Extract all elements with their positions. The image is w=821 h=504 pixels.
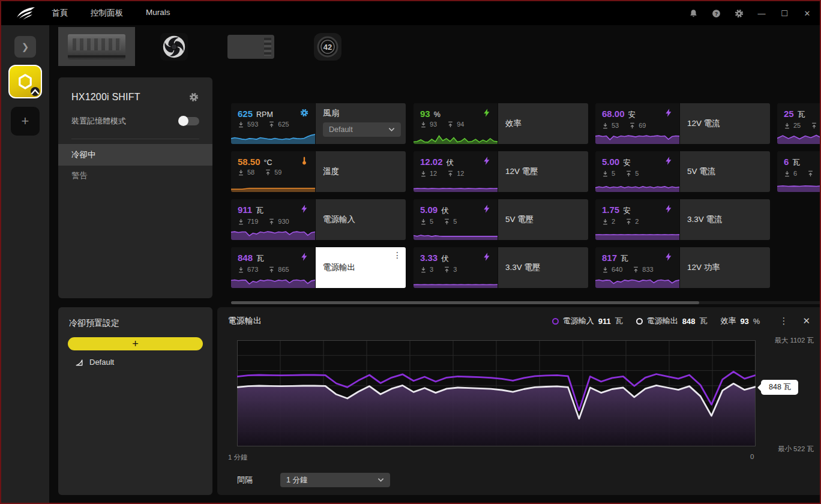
tile-partial-watts-2: 6瓦 6	[777, 151, 821, 192]
sensor-label-card[interactable]: 3.3V 電壓	[498, 247, 588, 288]
sensor-label-card[interactable]: 3.3V 電流	[680, 199, 770, 240]
max-icon	[625, 218, 632, 225]
add-device-button[interactable]: +	[11, 107, 40, 136]
menu-item-alerts[interactable]: 警告	[58, 166, 212, 186]
close-button[interactable]: ✕	[798, 5, 816, 22]
icue-window: 首頁 控制面板 Murals — ☐ ✕ ❯ +	[0, 0, 821, 504]
power-history-chart[interactable]	[237, 340, 756, 446]
sensor-value: 3.33	[420, 253, 438, 263]
x-axis-start-label: 1 分鐘	[228, 453, 248, 462]
sensor-card[interactable]: 93% 9394	[414, 103, 498, 144]
sparkline	[414, 130, 498, 144]
memory-mode-toggle[interactable]	[179, 117, 199, 125]
current-value-tag: 848 瓦	[761, 380, 798, 395]
presets-title: 冷卻預置設定	[58, 307, 212, 329]
sensor-card[interactable]: 911瓦 719930	[231, 199, 315, 240]
sensor-tile-grid: 625RPM 593625 風扇 Default 93% 9394 效率 68.…	[231, 103, 821, 288]
nav-murals[interactable]: Murals	[146, 8, 170, 19]
sensor-card[interactable]: 5.00安 55	[595, 151, 679, 192]
sensor-card[interactable]: 817瓦 640833	[595, 247, 679, 288]
legend-power-input[interactable]: 電源輸入 911瓦	[552, 316, 623, 326]
corsair-logo	[16, 6, 36, 20]
sparkline	[777, 130, 821, 144]
preset-label: Default	[89, 358, 114, 367]
sensor-card[interactable]: 25瓦 25	[777, 103, 821, 144]
sensor-label-card[interactable]: 電源輸入	[316, 199, 406, 240]
sensor-label: 電源輸出	[323, 262, 355, 273]
notifications-bell-icon[interactable]	[684, 4, 702, 22]
psu-device-tile[interactable]	[8, 65, 42, 98]
main-nav: 首頁 控制面板 Murals	[52, 8, 170, 19]
tab-psu-fan[interactable]	[136, 27, 212, 66]
legend-power-output[interactable]: 電源輸出 848瓦	[636, 316, 708, 326]
device-panel: HX1200i SHIFT 裝置記憶體模式 冷卻中 警告	[58, 77, 212, 298]
tab-psu-front[interactable]	[58, 27, 135, 66]
bolt-icon	[482, 252, 492, 262]
sensor-label-card[interactable]: 溫度	[316, 151, 406, 192]
nav-dashboard[interactable]: 控制面板	[91, 8, 123, 19]
sensor-label: 風扇	[323, 108, 401, 119]
add-preset-button[interactable]: +	[68, 337, 203, 350]
nav-home[interactable]: 首頁	[52, 8, 68, 19]
sensor-label-card[interactable]: 5V 電壓	[498, 199, 588, 240]
kebab-menu-icon[interactable]: ⋮	[393, 250, 401, 260]
sensor-card[interactable]: 12.02伏 1212	[414, 151, 498, 192]
sensor-value: 5.00	[602, 157, 619, 167]
max-value: 625	[278, 121, 289, 128]
chart-close-icon[interactable]: ✕	[799, 316, 814, 326]
psu-front-image	[68, 34, 125, 59]
sensor-unit: 安	[623, 158, 631, 168]
sparkline	[777, 178, 821, 192]
sensor-card[interactable]: 848瓦 673865	[231, 247, 315, 288]
max-icon	[625, 170, 632, 177]
sensor-label-card[interactable]: 5V 電流	[680, 151, 770, 192]
preset-item-default[interactable]: Default	[75, 358, 203, 367]
max-value: 5	[453, 218, 457, 225]
min-value: 93	[430, 121, 437, 128]
min-value: 58	[247, 169, 254, 176]
device-settings-gear-icon[interactable]	[188, 92, 199, 103]
legend-ring-icon	[636, 318, 643, 325]
bolt-icon	[299, 204, 309, 214]
rail-expand-chevron-icon[interactable]: ❯	[14, 36, 36, 58]
sensor-unit: 瓦	[256, 206, 263, 216]
sparkline	[231, 274, 315, 288]
max-icon	[268, 218, 275, 225]
max-value: 3	[453, 266, 457, 273]
sensor-card[interactable]: 6瓦 6	[777, 151, 821, 192]
tile-5v-current: 5.00安 55 5V 電流	[595, 151, 770, 192]
tile-5v-voltage: 5.09伏 55 5V 電壓	[414, 199, 588, 240]
min-icon	[238, 169, 244, 176]
tab-psu-side[interactable]	[212, 27, 289, 66]
interval-dropdown[interactable]: 1 分鐘	[280, 473, 390, 487]
tiles-scrollbar-thumb[interactable]	[231, 301, 699, 304]
min-value: 5	[612, 170, 615, 177]
settings-gear-icon[interactable]	[730, 4, 748, 22]
sensor-value: 5.09	[420, 205, 438, 215]
fan-mode-dropdown[interactable]: Default	[323, 122, 401, 137]
sensor-card[interactable]: 625RPM 593625	[231, 103, 315, 144]
sensor-card[interactable]: 3.33伏 33	[414, 247, 498, 288]
minimize-button[interactable]: —	[753, 5, 771, 22]
legend-unit: %	[753, 317, 760, 326]
help-icon[interactable]	[707, 4, 725, 22]
chart-title: 電源輸出	[228, 316, 262, 326]
toggle-knob	[178, 116, 188, 126]
sensor-label-card[interactable]: 12V 功率	[680, 247, 770, 288]
sensor-label-card-selected[interactable]: 電源輸出 ⋮	[316, 247, 406, 288]
sensor-card[interactable]: 5.09伏 55	[414, 199, 498, 240]
sensor-label-card[interactable]: 效率	[498, 103, 588, 144]
sensor-card[interactable]: 68.00安 5369	[595, 103, 679, 144]
menu-item-cooling[interactable]: 冷卻中	[58, 144, 212, 166]
tab-psu-dial[interactable]: 42	[289, 27, 366, 66]
sensor-label: 3.3V 電壓	[505, 262, 541, 273]
min-icon	[420, 218, 427, 225]
sparkline	[595, 130, 679, 144]
sensor-card[interactable]: 1.75安 22	[595, 199, 679, 240]
maximize-button[interactable]: ☐	[775, 5, 793, 22]
sensor-label-card[interactable]: 12V 電壓	[498, 151, 588, 192]
sensor-card[interactable]: 58.50°C 5859	[231, 151, 315, 192]
min-icon	[784, 122, 790, 129]
sensor-label-card[interactable]: 12V 電流	[680, 103, 770, 144]
chart-kebab-menu-icon[interactable]: ⋮	[773, 316, 794, 326]
